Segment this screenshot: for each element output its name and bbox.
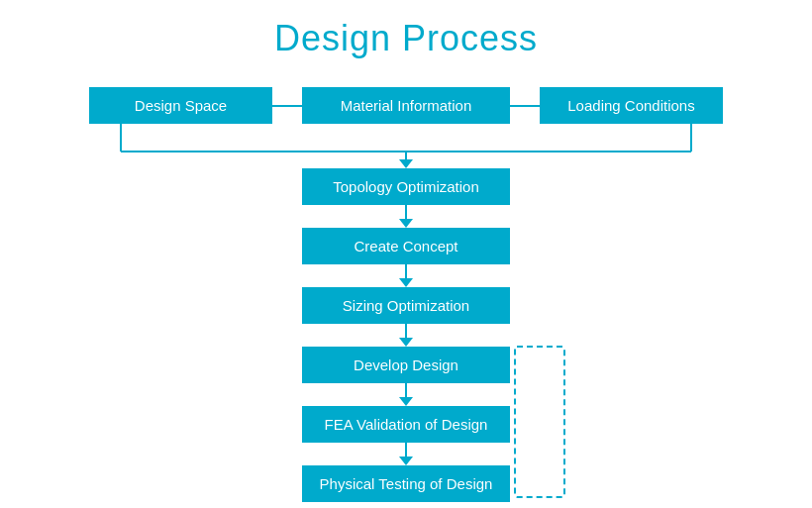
physical-testing-box: Physical Testing of Design	[302, 465, 510, 502]
bracket-svg	[30, 124, 782, 157]
page-title: Design Process	[274, 18, 538, 59]
connector-line-2	[510, 105, 540, 107]
arrow-5	[399, 443, 413, 465]
arrow-2	[399, 264, 413, 287]
fea-validation-box: FEA Validation of Design	[302, 406, 510, 443]
develop-design-section: Develop Design	[302, 347, 510, 383]
connector-line-1	[272, 105, 302, 107]
topology-optimization-box: Topology Optimization	[302, 168, 510, 205]
feedback-dashed-svg	[510, 342, 571, 502]
design-space-box: Design Space	[89, 87, 272, 124]
sizing-optimization-box: Sizing Optimization	[302, 287, 510, 324]
create-concept-box: Create Concept	[302, 228, 510, 264]
top-section: Design Space Material Information Loadin…	[30, 87, 782, 157]
flow-diagram: Topology Optimization Create Concept Siz…	[302, 157, 510, 502]
arrow-0	[399, 157, 413, 168]
loading-conditions-box: Loading Conditions	[540, 87, 723, 124]
material-information-box: Material Information	[302, 87, 510, 124]
arrow-1	[399, 205, 413, 228]
arrow-3	[399, 324, 413, 347]
develop-design-box: Develop Design	[302, 347, 510, 383]
page-container: Design Process Design Space Material Inf…	[0, 0, 812, 508]
svg-rect-5	[515, 347, 564, 497]
arrow-4	[399, 383, 413, 406]
